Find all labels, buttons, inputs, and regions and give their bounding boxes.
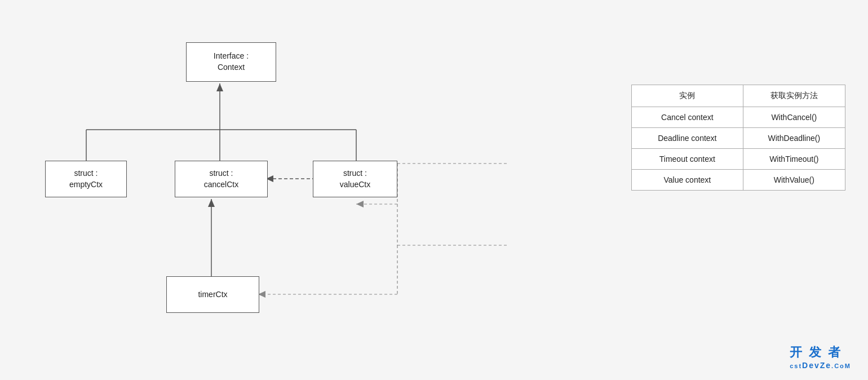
instance-cell: Value context [632, 170, 743, 191]
watermark-main: DevZe [802, 361, 831, 370]
watermark-prefix: cst [790, 363, 802, 369]
context-table-area: 实例 获取实例方法 Cancel contextWithCancel()Dead… [631, 85, 845, 191]
box-struct-valuectx: struct : valueCtx [313, 161, 397, 197]
watermark-suffix: .CoM [831, 363, 851, 369]
watermark: 开 发 者 cstDevZe.CoM [790, 344, 851, 370]
table-row: Timeout contextWithTimeout() [632, 149, 845, 170]
method-cell: WithValue() [743, 170, 845, 191]
method-cell: WithDeadline() [743, 128, 845, 149]
method-cell: WithTimeout() [743, 149, 845, 170]
box-timerctx: timerCtx [166, 276, 259, 313]
col2-header: 获取实例方法 [743, 85, 845, 107]
box-struct-cancelctx: struct : cancelCtx [175, 161, 268, 197]
table-row: Deadline contextWithDeadline() [632, 128, 845, 149]
svg-marker-1 [216, 83, 223, 91]
instance-cell: Timeout context [632, 149, 743, 170]
watermark-url: cstDevZe.CoM [790, 361, 851, 370]
method-cell: WithCancel() [743, 107, 845, 128]
instance-cell: Deadline context [632, 128, 743, 149]
box-struct-emptyctx: struct : emptyCtx [45, 161, 127, 197]
instance-cell: Cancel context [632, 107, 743, 128]
svg-marker-17 [356, 201, 364, 207]
main-container: Interface : Context struct : emptyCtx st… [0, 0, 868, 380]
context-table: 实例 获取实例方法 Cancel contextWithCancel()Dead… [631, 85, 845, 191]
col1-header: 实例 [632, 85, 743, 107]
box-interface-context: Interface : Context [186, 42, 276, 82]
table-row: Value contextWithValue() [632, 170, 845, 191]
watermark-tagline: 开 发 者 [790, 344, 851, 361]
table-row: Cancel contextWithCancel() [632, 107, 845, 128]
svg-marker-9 [208, 199, 215, 207]
